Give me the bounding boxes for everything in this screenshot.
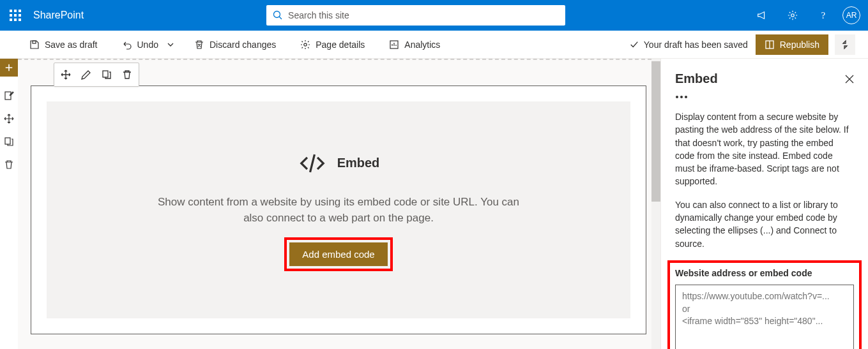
svg-rect-4 xyxy=(33,41,36,43)
highlight-box: Add embed code xyxy=(284,237,392,271)
save-draft-button[interactable]: Save as draft xyxy=(23,34,104,55)
move-rail-button[interactable] xyxy=(0,110,18,128)
canvas: Embed Show content from a website by usi… xyxy=(18,59,651,349)
trash-icon xyxy=(122,70,132,80)
collapse-panel-button[interactable] xyxy=(835,34,855,55)
undo-icon xyxy=(122,40,132,50)
embed-placeholder: Embed Show content from a website by usi… xyxy=(47,101,630,318)
edit-rail-button[interactable] xyxy=(0,87,18,105)
add-embed-code-button[interactable]: Add embed code xyxy=(289,242,387,266)
save-icon xyxy=(29,40,40,50)
panel-more-button[interactable] xyxy=(675,95,854,99)
page-details-button[interactable]: Page details xyxy=(294,34,371,55)
app-launcher[interactable] xyxy=(0,0,31,31)
book-icon xyxy=(765,40,775,50)
settings-icon[interactable] xyxy=(779,0,807,31)
analytics-icon xyxy=(389,40,399,50)
property-panel: Embed Display content from a secure webs… xyxy=(660,59,868,349)
svg-rect-10 xyxy=(5,138,10,144)
svg-point-12 xyxy=(676,96,678,98)
wp-duplicate-button[interactable] xyxy=(98,66,116,84)
panel-para1: Display content from a secure website by… xyxy=(675,110,854,188)
waffle-icon xyxy=(10,10,21,21)
pencil-page-icon xyxy=(4,91,14,101)
panel-close-button[interactable] xyxy=(845,75,854,84)
code-icon xyxy=(298,149,327,178)
toolbar-label: Page details xyxy=(316,40,365,50)
app-name: SharePoint xyxy=(33,10,84,21)
svg-point-0 xyxy=(274,11,280,18)
help-icon[interactable]: ? xyxy=(809,0,837,31)
toolbar-label: Undo xyxy=(137,40,158,50)
svg-text:?: ? xyxy=(821,10,825,20)
svg-rect-11 xyxy=(103,71,108,77)
embed-input-label: Website address or embed code xyxy=(675,268,854,278)
copy-rail-button[interactable] xyxy=(0,133,18,151)
svg-point-5 xyxy=(304,43,307,45)
svg-point-13 xyxy=(680,96,683,98)
move-icon xyxy=(61,70,71,80)
republish-button[interactable]: Republish xyxy=(756,34,828,55)
gear-icon xyxy=(300,40,310,50)
embed-code-textarea[interactable] xyxy=(675,285,854,349)
scroll-thumb[interactable] xyxy=(651,61,660,202)
embed-header: Embed xyxy=(298,149,380,178)
webpart-toolbar xyxy=(54,63,139,87)
status-text: Your draft has been saved xyxy=(644,40,748,50)
toolbar-label: Discard changes xyxy=(209,40,276,50)
toolbar-label: Republish xyxy=(780,40,819,50)
discard-button[interactable]: Discard changes xyxy=(188,34,282,55)
page-toolbar: Save as draft Undo Discard changes Page … xyxy=(0,31,868,59)
pencil-icon xyxy=(81,70,91,80)
panel-para2: You can also connect to a list or librar… xyxy=(675,198,854,250)
close-icon xyxy=(845,75,854,84)
wp-delete-button[interactable] xyxy=(118,66,136,84)
embed-description: Show content from a website by using its… xyxy=(153,195,524,226)
highlight-box: Website address or embed code Learn more xyxy=(667,260,862,349)
chevron-down-icon xyxy=(167,41,174,48)
header-right: ? AR xyxy=(748,0,868,31)
search-icon xyxy=(273,10,283,20)
plus-icon xyxy=(4,63,13,72)
panel-header: Embed xyxy=(675,71,854,86)
trash-icon xyxy=(4,160,14,170)
undo-dropdown[interactable] xyxy=(165,34,176,55)
toolbar-label: Analytics xyxy=(404,40,440,50)
search-box[interactable] xyxy=(266,5,565,26)
suite-header: SharePoint ? AR xyxy=(0,0,868,31)
search-input[interactable] xyxy=(288,10,559,20)
main-area: Embed Show content from a website by usi… xyxy=(0,59,868,349)
discard-icon xyxy=(194,40,204,50)
megaphone-icon[interactable] xyxy=(748,0,776,31)
copy-icon xyxy=(102,70,112,80)
more-icon xyxy=(675,95,688,99)
analytics-button[interactable]: Analytics xyxy=(383,34,446,55)
embed-webpart[interactable]: Embed Show content from a website by usi… xyxy=(31,85,646,334)
add-section-button[interactable] xyxy=(0,59,18,77)
canvas-scrollbar[interactable] xyxy=(651,59,660,349)
left-rail xyxy=(0,59,18,349)
undo-button[interactable]: Undo xyxy=(116,34,165,55)
avatar[interactable]: AR xyxy=(842,6,860,24)
wp-edit-button[interactable] xyxy=(77,66,95,84)
toolbar-label: Save as draft xyxy=(45,40,98,50)
check-icon xyxy=(630,40,639,49)
svg-point-14 xyxy=(685,96,687,98)
embed-title: Embed xyxy=(337,156,380,170)
header-center xyxy=(84,5,748,26)
svg-line-1 xyxy=(279,17,282,19)
copy-icon xyxy=(4,137,14,147)
collapse-icon xyxy=(840,40,850,50)
wp-move-button[interactable] xyxy=(57,66,75,84)
save-status: Your draft has been saved xyxy=(630,40,756,50)
svg-point-2 xyxy=(791,14,795,17)
delete-rail-button[interactable] xyxy=(0,156,18,174)
move-icon xyxy=(4,114,14,124)
panel-title: Embed xyxy=(675,71,718,86)
